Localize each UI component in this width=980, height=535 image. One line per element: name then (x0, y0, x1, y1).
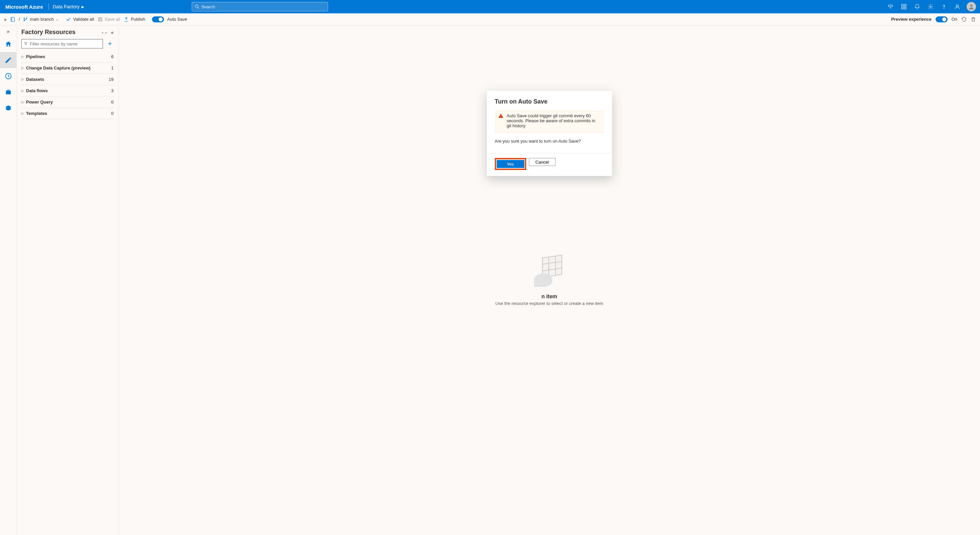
collapse-down-icon[interactable]: ⌄⌄ (101, 30, 108, 35)
resource-list: ▷Pipelines 6 ▷Change Data Capture (previ… (21, 51, 114, 119)
check-icon (66, 17, 71, 22)
chevron-right-icon: ▷ (21, 89, 24, 92)
yes-button[interactable]: Yes (497, 160, 524, 168)
search-wrap (192, 2, 328, 11)
auto-save-toggle[interactable] (152, 16, 164, 22)
svg-rect-18 (6, 90, 11, 94)
collapse-panel-icon[interactable]: « (111, 30, 114, 35)
add-resource-button[interactable]: + (106, 40, 114, 48)
svg-point-13 (26, 18, 27, 18)
svg-rect-5 (905, 7, 906, 9)
nav-manage[interactable] (0, 84, 17, 100)
chevron-right-icon: ▷ (21, 66, 24, 70)
canvas: n item Use the resource explorer to sele… (119, 25, 980, 535)
azure-header: Microsoft Azure Data Factory ▶ (0, 0, 980, 13)
preview-state: On (951, 17, 957, 22)
nav-learn[interactable] (0, 100, 17, 116)
svg-point-0 (196, 5, 199, 8)
chevron-down-icon: ⌄ (56, 17, 59, 21)
refresh-icon[interactable] (961, 17, 967, 22)
resource-panel-title: Factory Resources (21, 29, 75, 36)
resource-row-datasets[interactable]: ▷Datasets 19 (21, 74, 114, 85)
feedback-icon[interactable] (951, 0, 964, 13)
chevron-right-icon: ▷ (21, 55, 24, 59)
resource-name: Templates (26, 111, 47, 116)
svg-rect-15 (99, 17, 101, 18)
resource-count: 1 (111, 65, 114, 70)
filter-input[interactable] (30, 41, 100, 46)
filter-icon (24, 42, 28, 46)
save-all-label: Save all (105, 17, 120, 22)
empty-state: n item Use the resource explorer to sele… (495, 255, 603, 306)
publish-button[interactable]: Publish (124, 17, 145, 22)
resource-row-powerquery[interactable]: ▷Power Query 0 (21, 97, 114, 108)
warning-box: Auto Save could trigger git commit every… (495, 110, 604, 133)
resource-name: Change Data Capture (preview) (26, 65, 91, 70)
preview-label: Preview experience (891, 17, 932, 22)
validate-all-button[interactable]: Validate all (66, 17, 94, 22)
empty-subtitle: Use the resource explorer to select or c… (495, 301, 603, 306)
empty-illustration (534, 255, 564, 288)
chevron-right-icon: ▶ (81, 5, 84, 9)
warning-icon (498, 113, 503, 119)
preview-toggle[interactable] (935, 16, 948, 22)
svg-point-9 (970, 4, 973, 7)
help-icon[interactable] (937, 0, 951, 13)
search-icon (195, 4, 199, 9)
svg-rect-2 (902, 4, 903, 6)
publish-label: Publish (131, 17, 145, 22)
resource-count: 0 (111, 111, 114, 116)
branch-selector[interactable]: main branch ⌄ (23, 17, 59, 22)
resource-name: Data flows (26, 88, 48, 93)
repo-icon[interactable] (10, 17, 15, 22)
cancel-button[interactable]: Cancel (529, 158, 555, 166)
modal-footer: Yes Cancel (487, 153, 612, 176)
collapse-toolbar-icon[interactable]: » (4, 17, 7, 22)
breadcrumb-label: Data Factory (53, 4, 80, 10)
svg-rect-3 (905, 4, 906, 6)
cloud-shell-icon[interactable] (884, 0, 897, 13)
toolbar: » / main branch ⌄ Validate all Save all … (0, 13, 980, 25)
resource-count: 3 (111, 88, 114, 93)
brand[interactable]: Microsoft Azure (0, 4, 48, 10)
settings-icon[interactable] (924, 0, 937, 13)
resource-name: Power Query (26, 100, 53, 105)
upload-icon (124, 17, 129, 22)
chevron-right-icon: ▷ (21, 78, 24, 81)
directories-icon[interactable] (897, 0, 910, 13)
resource-name: Pipelines (26, 54, 45, 59)
delete-icon[interactable] (970, 17, 976, 22)
yes-highlight-box: Yes (495, 158, 526, 170)
nav-author[interactable] (0, 52, 17, 68)
save-icon (97, 17, 103, 22)
resource-row-cdc[interactable]: ▷Change Data Capture (preview) 1 (21, 62, 114, 74)
notifications-icon[interactable] (910, 0, 924, 13)
nav-monitor[interactable] (0, 68, 17, 84)
slash: / (19, 17, 20, 22)
search-input[interactable] (201, 4, 325, 10)
resource-row-pipelines[interactable]: ▷Pipelines 6 (21, 51, 114, 62)
auto-save-label: Auto Save (167, 17, 188, 22)
chevron-right-icon: ▷ (21, 111, 24, 115)
resource-count: 19 (109, 77, 114, 82)
collapse-nav-icon[interactable]: » (0, 27, 16, 36)
warning-text: Auto Save could trigger git commit every… (507, 113, 595, 128)
resource-count: 6 (111, 54, 114, 59)
modal-question: Are you sure you want to turn on Auto Sa… (495, 138, 604, 144)
resource-row-dataflows[interactable]: ▷Data flows 3 (21, 85, 114, 97)
breadcrumb[interactable]: Data Factory ▶ (49, 4, 88, 10)
modal-title: Turn on Auto Save (495, 98, 604, 105)
user-avatar[interactable] (967, 2, 976, 11)
resource-row-templates[interactable]: ▷Templates 0 (21, 108, 114, 119)
global-search[interactable] (192, 2, 328, 11)
resource-panel: Factory Resources ⌄⌄ « + ▷Pipelines 6 ▷C… (17, 25, 119, 535)
nav-home[interactable] (0, 36, 17, 52)
svg-point-7 (943, 8, 944, 8)
left-nav: » (0, 25, 17, 535)
filter-input-wrap[interactable] (21, 39, 103, 48)
validate-label: Validate all (73, 17, 94, 22)
auto-save-modal: Turn on Auto Save Auto Save could trigge… (487, 91, 612, 176)
resource-name: Datasets (26, 77, 44, 82)
svg-point-12 (24, 18, 25, 18)
header-icons (884, 0, 980, 13)
